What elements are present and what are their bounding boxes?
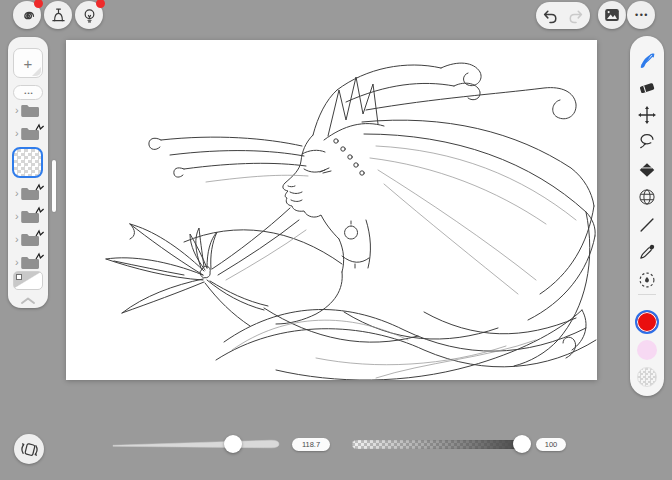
tips-button[interactable]	[75, 1, 103, 29]
press-icon	[49, 6, 68, 25]
background-layer-badge	[16, 274, 22, 280]
size-value-badge: 118.7	[292, 438, 330, 451]
tool-move[interactable]	[637, 105, 657, 125]
chevron-right-icon: ›	[15, 188, 19, 199]
folder-icon	[20, 186, 40, 201]
eyedropper-icon	[637, 241, 657, 263]
dashed-circle-icon	[637, 269, 657, 291]
move-icon	[637, 104, 657, 126]
tool-special-brush[interactable]	[637, 270, 657, 290]
opacity-value: 100	[545, 440, 558, 449]
ellipsis-icon: •••	[633, 11, 649, 20]
layer-folder-row[interactable]: ›	[12, 102, 48, 118]
background-layer-thumbnail[interactable]	[13, 271, 43, 290]
chevron-right-icon: ›	[15, 128, 19, 139]
folder-icon	[20, 209, 40, 224]
folder-badge	[35, 252, 45, 262]
chevron-up-icon	[18, 295, 38, 305]
chevron-right-icon: ›	[15, 211, 19, 222]
spiral-icon	[18, 6, 37, 25]
secondary-color-swatch[interactable]	[637, 340, 657, 360]
opacity-slider-thumb[interactable]	[513, 435, 531, 453]
tools-panel	[630, 36, 664, 396]
selected-layer-thumbnail[interactable]	[12, 147, 43, 178]
folder-icon	[20, 255, 40, 270]
brush-size-slider[interactable]	[111, 436, 281, 452]
tool-eyedropper[interactable]	[637, 242, 657, 262]
transparent-color-swatch[interactable]	[637, 367, 657, 387]
tool-fill[interactable]	[637, 160, 657, 180]
size-slider-track	[111, 436, 281, 452]
layer-folder-row[interactable]: ›	[12, 185, 48, 201]
eraser-icon	[637, 76, 657, 98]
redo-icon[interactable]	[568, 7, 586, 25]
gallery-button[interactable]	[13, 1, 41, 29]
image-icon	[602, 5, 622, 25]
layer-folder-row[interactable]: ›	[12, 254, 48, 270]
size-value: 118.7	[302, 440, 320, 449]
lightbulb-icon	[80, 6, 99, 25]
chevron-right-icon: ›	[15, 105, 19, 116]
layers-panel: + ••• › › ›	[8, 37, 48, 308]
more-options-button[interactable]: •••	[627, 1, 655, 29]
opacity-slider[interactable]	[352, 440, 530, 449]
folder-icon	[20, 103, 40, 118]
size-slider-thumb[interactable]	[224, 435, 242, 453]
folder-icon	[20, 232, 40, 247]
rotate-canvas-button[interactable]	[14, 434, 44, 464]
press-tool-button[interactable]	[44, 1, 72, 29]
tool-brush[interactable]	[637, 50, 657, 70]
notification-dot	[96, 0, 105, 8]
opacity-value-badge: 100	[536, 438, 566, 451]
drawing-canvas[interactable]	[66, 40, 597, 380]
brush-icon	[637, 49, 657, 71]
tool-line[interactable]	[637, 215, 657, 235]
folder-icon	[20, 126, 40, 141]
chevron-right-icon: ›	[15, 234, 19, 245]
tool-lasso[interactable]	[637, 132, 657, 152]
import-image-button[interactable]	[598, 1, 626, 29]
collapse-panel-button[interactable]	[18, 291, 38, 301]
layer-folder-row[interactable]: ›	[12, 231, 48, 247]
chevron-right-icon: ›	[15, 257, 19, 268]
folder-badge	[35, 229, 45, 239]
sphere-grid-icon	[637, 186, 657, 208]
diamond-fill-icon	[637, 159, 657, 181]
notification-dot	[34, 0, 43, 8]
tool-grid[interactable]	[637, 187, 657, 207]
canvas-artwork	[66, 40, 597, 380]
lasso-icon	[637, 131, 657, 153]
layer-folder-row[interactable]: ›	[12, 208, 48, 224]
line-icon	[637, 214, 657, 236]
layer-folder-row[interactable]: ›	[12, 125, 48, 141]
add-layer-button[interactable]: +	[13, 48, 43, 78]
ellipsis-icon: •••	[22, 90, 33, 96]
undo-redo-group	[536, 2, 590, 29]
layers-scrollbar[interactable]	[52, 160, 56, 212]
app-window: ••• + ••• › › ›	[0, 0, 672, 480]
rotate-canvas-icon	[18, 438, 41, 461]
tool-eraser[interactable]	[637, 77, 657, 97]
divider	[638, 294, 656, 295]
layer-options-button[interactable]: •••	[13, 85, 43, 100]
primary-color-swatch[interactable]	[635, 310, 659, 334]
folder-badge	[35, 206, 45, 216]
folded-corner	[32, 67, 41, 76]
undo-icon[interactable]	[541, 7, 559, 25]
folder-badge	[35, 123, 45, 133]
folder-badge	[35, 183, 45, 193]
